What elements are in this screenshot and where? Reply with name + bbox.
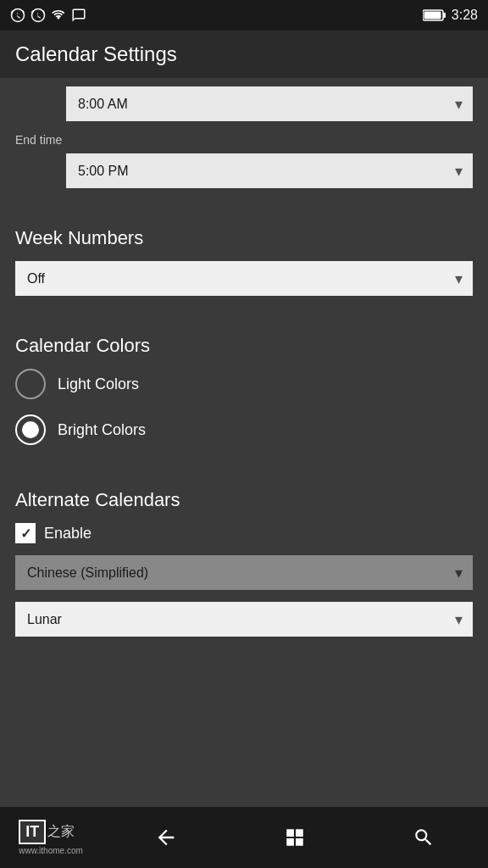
back-button[interactable] <box>146 817 186 858</box>
status-icons-right: 3:28 <box>423 8 478 23</box>
battery-icon <box>423 8 446 22</box>
logo-url-text: www.ithome.com <box>19 846 83 855</box>
light-colors-radio-circle <box>15 369 46 399</box>
logo-top: IT 之家 <box>19 820 75 844</box>
nav-icons <box>102 817 488 858</box>
calendar-system-select[interactable]: Lunar Lunisolar <box>15 602 473 637</box>
logo-it-text: IT <box>19 820 46 844</box>
bright-colors-radio-item[interactable]: Bright Colors <box>15 415 473 445</box>
svg-rect-2 <box>443 13 446 18</box>
alternate-calendars-heading: Alternate Calendars <box>15 489 473 511</box>
page-title: Calendar Settings <box>15 42 473 66</box>
calendar-colors-group: Light Colors Bright Colors <box>15 369 473 445</box>
calendar-system-dropdown-wrapper: Lunar Lunisolar ▾ <box>15 602 473 637</box>
search-icon <box>413 826 435 849</box>
enable-checkbox-item[interactable]: ✓ Enable <box>15 523 473 543</box>
week-numbers-select[interactable]: Off On <box>15 261 473 296</box>
message-icon <box>71 8 86 23</box>
calendar-type-dropdown-wrapper: Chinese (Simplified) Chinese (Traditiona… <box>15 555 473 590</box>
bright-colors-radio-circle <box>15 415 46 445</box>
main-content: 8:00 AM 7:00 AM 8:30 AM 9:00 AM ▾ End ti… <box>0 78 488 807</box>
light-colors-radio-item[interactable]: Light Colors <box>15 369 473 399</box>
wifi-icon <box>51 8 66 23</box>
svg-rect-1 <box>424 12 441 19</box>
windows-icon <box>284 826 306 849</box>
calendar-colors-heading: Calendar Colors <box>15 335 473 357</box>
alarm-icon <box>10 8 25 23</box>
start-time-select[interactable]: 8:00 AM 7:00 AM 8:30 AM 9:00 AM <box>66 86 473 121</box>
end-time-select[interactable]: 5:00 PM 4:00 PM 4:30 PM 5:30 PM 6:00 PM <box>66 153 473 188</box>
week-numbers-heading: Week Numbers <box>15 227 473 249</box>
start-time-dropdown-wrapper: 8:00 AM 7:00 AM 8:30 AM 9:00 AM ▾ <box>66 86 473 121</box>
windows-button[interactable] <box>274 817 315 858</box>
search-button[interactable] <box>403 817 444 858</box>
logo-image: IT 之家 www.ithome.com <box>19 820 83 855</box>
logo-zh-text: 之家 <box>47 823 75 841</box>
time-display: 3:28 <box>452 8 478 23</box>
alarm2-icon <box>30 8 46 23</box>
status-icons-left <box>10 8 86 23</box>
end-time-label: End time <box>15 133 473 147</box>
status-bar: 3:28 <box>0 0 488 31</box>
nav-logo: IT 之家 www.ithome.com <box>0 807 102 868</box>
calendar-type-select[interactable]: Chinese (Simplified) Chinese (Traditiona… <box>15 555 473 590</box>
back-icon <box>154 826 178 849</box>
bright-colors-label: Bright Colors <box>58 421 146 439</box>
checkmark-icon: ✓ <box>20 526 31 542</box>
end-time-dropdown-wrapper: 5:00 PM 4:00 PM 4:30 PM 5:30 PM 6:00 PM … <box>66 153 473 188</box>
header: Calendar Settings <box>0 31 488 78</box>
enable-label: Enable <box>44 525 92 542</box>
nav-bar: IT 之家 www.ithome.com <box>0 807 488 868</box>
week-numbers-dropdown-wrapper: Off On ▾ <box>15 261 473 296</box>
enable-checkbox[interactable]: ✓ <box>15 523 36 543</box>
light-colors-label: Light Colors <box>58 376 139 393</box>
